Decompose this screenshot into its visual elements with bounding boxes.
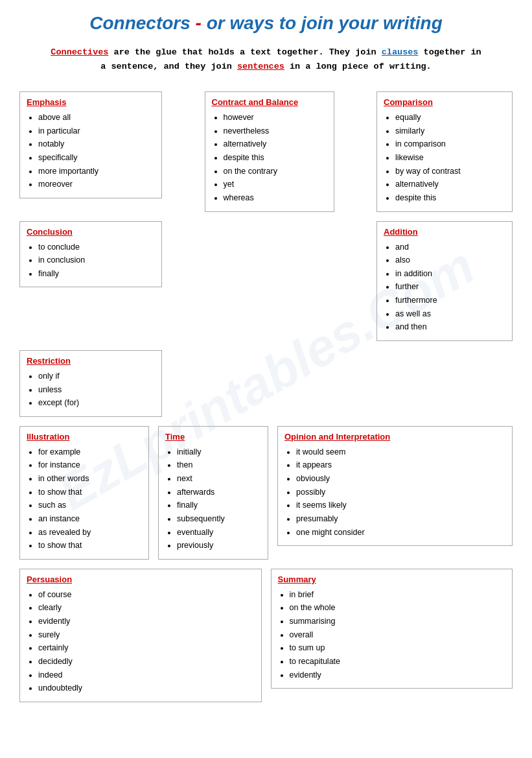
list-item: afterwards xyxy=(177,486,261,499)
intro-text2: are the glue that holds a text together.… xyxy=(108,47,381,57)
opinion-title: Opinion and Interpretation xyxy=(284,432,505,442)
list-item: furthermore xyxy=(395,294,505,307)
opinion-list: it would seem it appears obviously possi… xyxy=(284,445,505,539)
time-box: Time initially then next afterwards fina… xyxy=(158,426,268,560)
intro-text: Connectives are the glue that holds a te… xyxy=(19,45,513,73)
list-item: however xyxy=(224,111,327,124)
list-item: more importantly xyxy=(38,165,155,178)
addition-list: and also in addition further furthermore… xyxy=(384,241,505,334)
list-item: by way of contrast xyxy=(395,165,505,178)
comparison-box: Comparison equally similarly in comparis… xyxy=(376,91,513,211)
list-item: as revealed by xyxy=(38,526,142,539)
addition-box: Addition and also in addition further fu… xyxy=(376,221,513,341)
list-item: except (for) xyxy=(38,396,155,410)
summary-title: Summary xyxy=(278,574,506,584)
list-item: despite this xyxy=(224,151,327,165)
list-item: similarly xyxy=(395,124,505,138)
list-item: further xyxy=(395,280,505,294)
row-3: Restriction only if unless except (for) xyxy=(19,350,513,417)
list-item: alternatively xyxy=(224,137,327,151)
conclusion-title: Conclusion xyxy=(27,227,155,237)
row-5: Persuasion of course clearly evidently s… xyxy=(19,569,513,702)
list-item: to show that xyxy=(38,486,142,499)
list-item: in conclusion xyxy=(38,254,155,267)
list-item: to conclude xyxy=(38,241,155,254)
list-item: yet xyxy=(224,178,327,191)
title-part1: Connectors xyxy=(89,13,191,33)
list-item: equally xyxy=(395,111,505,124)
conclusion-box: Conclusion to conclude in conclusion fin… xyxy=(19,221,162,288)
time-title: Time xyxy=(165,432,261,442)
persuasion-box: Persuasion of course clearly evidently s… xyxy=(19,569,262,702)
list-item: in brief xyxy=(290,588,506,602)
list-item: nevertheless xyxy=(224,124,327,138)
list-item: whereas xyxy=(224,191,327,205)
list-item: only if xyxy=(38,370,155,383)
intro-text5: a sentence, and they join xyxy=(100,62,237,71)
row-2: Conclusion to conclude in conclusion fin… xyxy=(19,221,513,341)
list-item: overall xyxy=(290,628,506,642)
emphasis-title: Emphasis xyxy=(27,97,155,107)
list-item: finally xyxy=(177,499,261,512)
intro-connectives: Connectives xyxy=(51,47,108,57)
emphasis-box: Emphasis above all in particular notably… xyxy=(19,91,162,198)
opinion-box: Opinion and Interpretation it would seem… xyxy=(277,426,513,546)
list-item: obviously xyxy=(296,472,505,486)
list-item: on the whole xyxy=(290,601,506,615)
restriction-list: only if unless except (for) xyxy=(27,370,155,410)
row-4: Illustration for example for instance in… xyxy=(19,426,513,560)
contract-balance-title: Contract and Balance xyxy=(212,97,327,107)
list-item: despite this xyxy=(395,191,505,205)
restriction-box: Restriction only if unless except (for) xyxy=(19,350,162,417)
list-item: summarising xyxy=(290,615,506,628)
list-item: for instance xyxy=(38,458,142,472)
summary-box: Summary in brief on the whole summarisin… xyxy=(271,569,513,689)
contract-balance-list: however nevertheless alternatively despi… xyxy=(212,111,327,204)
list-item: likewise xyxy=(395,151,505,165)
list-item: specifically xyxy=(38,151,155,165)
intro-sentences: sentences xyxy=(237,62,284,71)
list-item: and then xyxy=(395,320,505,334)
comparison-list: equally similarly in comparison likewise… xyxy=(384,111,505,204)
illustration-box: Illustration for example for instance in… xyxy=(19,426,149,560)
list-item: clearly xyxy=(38,601,255,615)
conclusion-list: to conclude in conclusion finally xyxy=(27,241,155,281)
list-item: decidedly xyxy=(38,655,255,669)
list-item: indeed xyxy=(38,669,255,682)
list-item: also xyxy=(395,254,505,267)
list-item: possibly xyxy=(296,486,505,499)
list-item: to show that xyxy=(38,539,142,552)
list-item: previously xyxy=(177,539,261,552)
summary-list: in brief on the whole summarising overal… xyxy=(278,588,506,681)
title-part2: - xyxy=(191,13,207,33)
list-item: undoubtedly xyxy=(38,681,255,695)
persuasion-title: Persuasion xyxy=(27,574,255,584)
list-item: one might consider xyxy=(296,526,505,539)
comparison-title: Comparison xyxy=(384,97,505,107)
list-item: for example xyxy=(38,445,142,459)
list-item: evidently xyxy=(38,615,255,628)
page-title: Connectors - or ways to join your writin… xyxy=(19,13,513,34)
intro-text7: in a long piece of writing. xyxy=(284,62,432,71)
list-item: it appears xyxy=(296,458,505,472)
illustration-list: for example for instance in other words … xyxy=(27,445,142,552)
persuasion-list: of course clearly evidently surely certa… xyxy=(27,588,255,695)
list-item: initially xyxy=(177,445,261,459)
list-item: certainly xyxy=(38,641,255,655)
title-part3: or ways to join your writing xyxy=(207,13,443,33)
row-1: Emphasis above all in particular notably… xyxy=(19,91,513,211)
emphasis-list: above all in particular notably specific… xyxy=(27,111,155,191)
list-item: it seems likely xyxy=(296,499,505,512)
addition-title: Addition xyxy=(384,227,505,237)
list-item: subsequently xyxy=(177,512,261,526)
center-column: Contract and Balance however nevertheles… xyxy=(171,91,367,211)
list-item: notably xyxy=(38,137,155,151)
contract-balance-box: Contract and Balance however nevertheles… xyxy=(205,91,334,211)
list-item: moreover xyxy=(38,178,155,191)
list-item: evidently xyxy=(290,669,506,682)
intro-text4: together in xyxy=(418,47,481,57)
list-item: of course xyxy=(38,588,255,602)
list-item: above all xyxy=(38,111,155,124)
list-item: unless xyxy=(38,383,155,397)
list-item: eventually xyxy=(177,526,261,539)
